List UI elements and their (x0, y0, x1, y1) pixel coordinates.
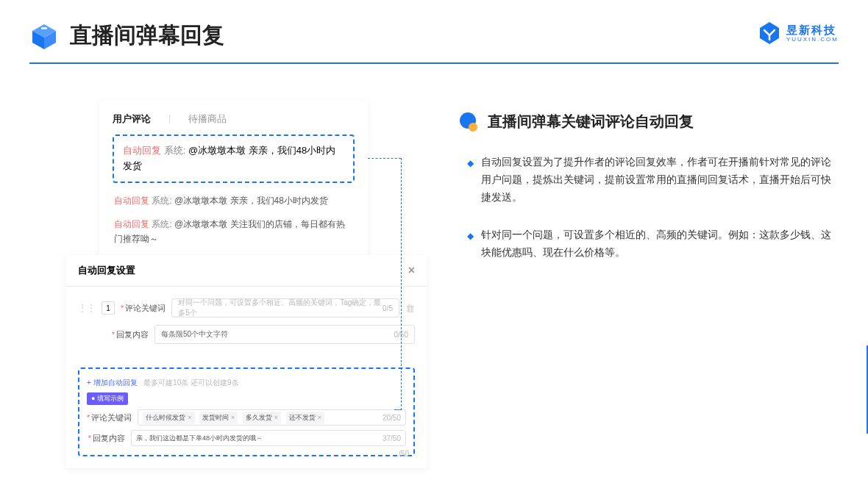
ex-content-input[interactable]: 亲，我们这边都是下单48小时内发货的哦～ 37/50 (131, 430, 406, 446)
cube-icon (29, 21, 59, 51)
ex-keyword-input[interactable]: 什么时候发货× 发货时间× 多久发货× 还不发货× 20/50 (138, 409, 406, 426)
tag-chip[interactable]: 多久发货× (243, 412, 281, 424)
row-number: 1 (102, 301, 115, 315)
content-input[interactable]: 每条限50个中文字符 0/50 (154, 325, 415, 344)
auto-reply-tag: 自动回复 (114, 219, 149, 229)
comment-line-1: 自动回复 系统: @冰墩墩本墩 亲亲，我们48小时内发货 (113, 189, 355, 212)
bullet-text-2: 针对同一个问题，可设置多个相近的、高频的关键词。例如：这款多少钱、这块能优惠吗、… (481, 226, 839, 262)
tag-chip[interactable]: 什么时候发货× (143, 412, 194, 424)
diamond-bullet-icon: ◆ (467, 229, 474, 243)
system-label: 系统: (164, 145, 186, 156)
tab-user-comments[interactable]: 用户评论 (113, 112, 151, 126)
auto-reply-tag: 自动回复 (123, 145, 161, 156)
connector-line (401, 158, 402, 410)
tab-pending-products[interactable]: 待播商品 (188, 112, 227, 126)
add-auto-reply-link[interactable]: + 增加自动回复 (87, 378, 138, 387)
delete-icon[interactable]: 🗑 (405, 303, 415, 314)
highlighted-comment: 自动回复 系统: @冰墩墩本墩 亲亲，我们48小时内发货 (113, 134, 355, 183)
keyword-input[interactable]: 对同一个问题，可设置多个相近、高频的关键词，Tag确定，最多5个 0/5 (171, 298, 399, 317)
section-bullet-icon (460, 112, 479, 132)
system-label: 系统: (152, 195, 171, 206)
comment-text: @冰墩墩本墩 亲亲，我们48小时内发货 (174, 195, 328, 206)
section-title: 直播间弹幕关键词评论自动回复 (488, 112, 694, 132)
auto-reply-tag: 自动回复 (114, 195, 149, 206)
bullet-text-1: 自动回复设置为了提升作者的评论回复效率，作者可在开播前针对常见的评论用户问题，提… (481, 154, 839, 206)
svg-rect-3 (41, 27, 47, 29)
settings-title: 自动回复设置 (78, 264, 135, 277)
tag-chip[interactable]: 还不发货× (286, 412, 324, 424)
comment-line-2: 自动回复 系统: @冰墩墩本墩 关注我们的店铺，每日都有热门推荐呦～ (113, 212, 355, 251)
connector-line (368, 158, 401, 159)
settings-card: 自动回复设置 × ⋮⋮ 1 *评论关键词 对同一个问题，可设置多个相近、高频的关… (66, 255, 427, 468)
example-badge: ● 填写示例 (87, 392, 128, 405)
ex-keyword-label: *评论关键词 (87, 412, 132, 423)
connector-line (394, 409, 402, 410)
ex-content-label: *回复内容 (87, 433, 125, 444)
brand-name-en: YUUXIN.COM (786, 37, 839, 43)
brand-icon (757, 21, 782, 46)
keyword-label: *评论关键词 (121, 303, 166, 314)
drag-handle-icon[interactable]: ⋮⋮ (78, 303, 96, 313)
tag-chip[interactable]: 发货时间× (199, 412, 238, 424)
close-icon[interactable]: × (408, 264, 415, 277)
system-label: 系统: (152, 219, 171, 229)
comment-text: @冰墩墩本墩 关注我们的店铺，每日都有热门推荐呦～ (114, 219, 345, 244)
diamond-bullet-icon: ◆ (467, 156, 474, 171)
comments-card: 用户评论 | 待播商品 自动回复 系统: @冰墩墩本墩 亲亲，我们48小时内发货… (99, 101, 368, 266)
add-hint: 最多可建10条 还可以创建9条 (143, 378, 238, 387)
example-area: + 增加自动回复 最多可建10条 还可以创建9条 ● 填写示例 *评论关键词 什… (78, 367, 415, 456)
outer-counter: /50 (399, 450, 409, 458)
tab-separator: | (168, 112, 171, 126)
content-label: *回复内容 (107, 329, 149, 340)
page-title: 直播间弹幕回复 (70, 21, 224, 51)
brand-logo: 昱新科技 YUUXIN.COM (757, 21, 839, 46)
brand-name-cn: 昱新科技 (786, 24, 839, 35)
